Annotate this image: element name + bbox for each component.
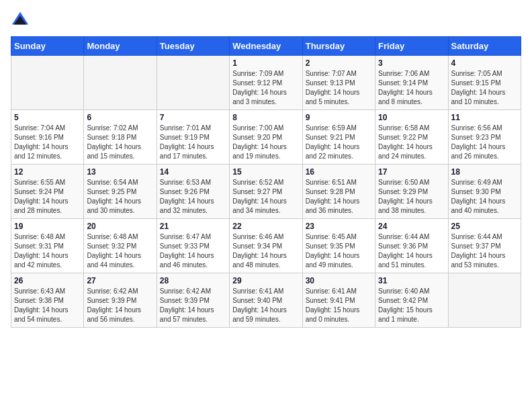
day-number: 27 bbox=[87, 276, 153, 285]
weekday-header: Wednesday bbox=[230, 37, 302, 56]
day-number: 26 bbox=[14, 276, 81, 285]
calendar-cell: 14Sunrise: 6:53 AM Sunset: 9:26 PM Dayli… bbox=[157, 165, 229, 219]
day-info: Sunrise: 6:59 AM Sunset: 9:21 PM Dayligh… bbox=[306, 124, 372, 161]
day-info: Sunrise: 6:56 AM Sunset: 9:23 PM Dayligh… bbox=[451, 124, 518, 161]
day-info: Sunrise: 6:41 AM Sunset: 9:41 PM Dayligh… bbox=[306, 287, 372, 324]
day-number: 1 bbox=[232, 58, 299, 68]
day-number: 21 bbox=[160, 222, 226, 231]
calendar-cell: 19Sunrise: 6:48 AM Sunset: 9:31 PM Dayli… bbox=[11, 219, 84, 273]
calendar-cell: 16Sunrise: 6:51 AM Sunset: 9:28 PM Dayli… bbox=[302, 165, 375, 219]
day-info: Sunrise: 7:04 AM Sunset: 9:16 PM Dayligh… bbox=[14, 124, 81, 161]
day-number: 29 bbox=[232, 276, 299, 285]
calendar-cell: 2Sunrise: 7:07 AM Sunset: 9:13 PM Daylig… bbox=[302, 56, 375, 110]
day-number: 24 bbox=[378, 222, 445, 231]
day-number: 7 bbox=[160, 113, 226, 122]
day-number: 5 bbox=[14, 113, 81, 122]
calendar-cell: 21Sunrise: 6:47 AM Sunset: 9:33 PM Dayli… bbox=[157, 219, 229, 273]
day-info: Sunrise: 6:49 AM Sunset: 9:30 PM Dayligh… bbox=[451, 178, 518, 216]
day-number: 22 bbox=[232, 222, 299, 231]
calendar-cell: 1Sunrise: 7:09 AM Sunset: 9:12 PM Daylig… bbox=[230, 56, 302, 110]
calendar-cell: 23Sunrise: 6:45 AM Sunset: 9:35 PM Dayli… bbox=[302, 219, 375, 273]
calendar-week-row: 19Sunrise: 6:48 AM Sunset: 9:31 PM Dayli… bbox=[11, 219, 521, 273]
day-info: Sunrise: 6:58 AM Sunset: 9:22 PM Dayligh… bbox=[378, 124, 445, 161]
calendar-cell: 3Sunrise: 7:06 AM Sunset: 9:14 PM Daylig… bbox=[375, 56, 448, 110]
day-number: 30 bbox=[306, 276, 372, 285]
weekday-header: Saturday bbox=[448, 37, 521, 56]
day-info: Sunrise: 6:43 AM Sunset: 9:38 PM Dayligh… bbox=[14, 287, 81, 324]
calendar-cell: 28Sunrise: 6:42 AM Sunset: 9:39 PM Dayli… bbox=[157, 273, 229, 328]
day-number: 15 bbox=[232, 167, 299, 177]
calendar-cell bbox=[84, 56, 157, 110]
day-number: 19 bbox=[14, 222, 81, 231]
weekday-header: Monday bbox=[84, 37, 157, 56]
calendar-cell: 17Sunrise: 6:50 AM Sunset: 9:29 PM Dayli… bbox=[375, 165, 448, 219]
calendar-week-row: 12Sunrise: 6:55 AM Sunset: 9:24 PM Dayli… bbox=[11, 165, 521, 219]
calendar-cell: 18Sunrise: 6:49 AM Sunset: 9:30 PM Dayli… bbox=[448, 165, 521, 219]
day-number: 18 bbox=[451, 167, 518, 177]
day-info: Sunrise: 6:42 AM Sunset: 9:39 PM Dayligh… bbox=[87, 287, 153, 324]
day-number: 3 bbox=[378, 58, 445, 68]
calendar-table: SundayMondayTuesdayWednesdayThursdayFrid… bbox=[11, 36, 521, 328]
calendar-cell bbox=[448, 273, 521, 328]
calendar-week-row: 1Sunrise: 7:09 AM Sunset: 9:12 PM Daylig… bbox=[11, 56, 521, 110]
logo bbox=[11, 11, 32, 30]
day-info: Sunrise: 6:55 AM Sunset: 9:24 PM Dayligh… bbox=[14, 178, 81, 216]
day-number: 6 bbox=[87, 113, 153, 122]
day-info: Sunrise: 6:41 AM Sunset: 9:40 PM Dayligh… bbox=[232, 287, 299, 324]
day-info: Sunrise: 6:47 AM Sunset: 9:33 PM Dayligh… bbox=[160, 232, 226, 270]
day-info: Sunrise: 6:45 AM Sunset: 9:35 PM Dayligh… bbox=[306, 232, 372, 270]
day-number: 11 bbox=[451, 113, 518, 122]
calendar-cell: 31Sunrise: 6:40 AM Sunset: 9:42 PM Dayli… bbox=[375, 273, 448, 328]
weekday-header: Thursday bbox=[302, 37, 375, 56]
day-number: 17 bbox=[378, 167, 445, 177]
day-number: 23 bbox=[306, 222, 372, 231]
day-info: Sunrise: 6:48 AM Sunset: 9:32 PM Dayligh… bbox=[87, 232, 153, 270]
calendar-cell: 20Sunrise: 6:48 AM Sunset: 9:32 PM Dayli… bbox=[84, 219, 157, 273]
day-number: 2 bbox=[306, 58, 372, 68]
calendar-cell: 22Sunrise: 6:46 AM Sunset: 9:34 PM Dayli… bbox=[230, 219, 302, 273]
calendar-cell: 30Sunrise: 6:41 AM Sunset: 9:41 PM Dayli… bbox=[302, 273, 375, 328]
day-info: Sunrise: 6:51 AM Sunset: 9:28 PM Dayligh… bbox=[306, 178, 372, 216]
day-info: Sunrise: 6:50 AM Sunset: 9:29 PM Dayligh… bbox=[378, 178, 445, 216]
calendar-header: SundayMondayTuesdayWednesdayThursdayFrid… bbox=[11, 37, 521, 56]
day-info: Sunrise: 7:05 AM Sunset: 9:15 PM Dayligh… bbox=[451, 69, 518, 107]
logo-icon bbox=[11, 11, 30, 30]
calendar-cell: 26Sunrise: 6:43 AM Sunset: 9:38 PM Dayli… bbox=[11, 273, 84, 328]
day-info: Sunrise: 6:48 AM Sunset: 9:31 PM Dayligh… bbox=[14, 232, 81, 270]
day-number: 13 bbox=[87, 167, 153, 177]
day-number: 4 bbox=[451, 58, 518, 68]
day-number: 20 bbox=[87, 222, 153, 231]
day-info: Sunrise: 7:09 AM Sunset: 9:12 PM Dayligh… bbox=[232, 69, 299, 107]
calendar-cell bbox=[157, 56, 229, 110]
day-number: 14 bbox=[160, 167, 226, 177]
day-info: Sunrise: 6:53 AM Sunset: 9:26 PM Dayligh… bbox=[160, 178, 226, 216]
day-number: 12 bbox=[14, 167, 81, 177]
calendar-cell: 27Sunrise: 6:42 AM Sunset: 9:39 PM Dayli… bbox=[84, 273, 157, 328]
calendar-cell: 9Sunrise: 6:59 AM Sunset: 9:21 PM Daylig… bbox=[302, 110, 375, 165]
calendar-cell: 7Sunrise: 7:01 AM Sunset: 9:19 PM Daylig… bbox=[157, 110, 229, 165]
day-number: 16 bbox=[306, 167, 372, 177]
day-number: 10 bbox=[378, 113, 445, 122]
calendar-body: 1Sunrise: 7:09 AM Sunset: 9:12 PM Daylig… bbox=[11, 56, 521, 328]
calendar-cell: 25Sunrise: 6:44 AM Sunset: 9:37 PM Dayli… bbox=[448, 219, 521, 273]
day-info: Sunrise: 6:42 AM Sunset: 9:39 PM Dayligh… bbox=[160, 287, 226, 324]
day-info: Sunrise: 7:01 AM Sunset: 9:19 PM Dayligh… bbox=[160, 124, 226, 161]
calendar-cell: 12Sunrise: 6:55 AM Sunset: 9:24 PM Dayli… bbox=[11, 165, 84, 219]
calendar-cell: 10Sunrise: 6:58 AM Sunset: 9:22 PM Dayli… bbox=[375, 110, 448, 165]
day-info: Sunrise: 7:02 AM Sunset: 9:18 PM Dayligh… bbox=[87, 124, 153, 161]
page-header bbox=[11, 11, 521, 30]
calendar-cell: 15Sunrise: 6:52 AM Sunset: 9:27 PM Dayli… bbox=[230, 165, 302, 219]
weekday-header: Friday bbox=[375, 37, 448, 56]
day-info: Sunrise: 6:46 AM Sunset: 9:34 PM Dayligh… bbox=[232, 232, 299, 270]
calendar-cell: 29Sunrise: 6:41 AM Sunset: 9:40 PM Dayli… bbox=[230, 273, 302, 328]
calendar-cell bbox=[11, 56, 84, 110]
calendar-cell: 4Sunrise: 7:05 AM Sunset: 9:15 PM Daylig… bbox=[448, 56, 521, 110]
day-info: Sunrise: 6:44 AM Sunset: 9:37 PM Dayligh… bbox=[451, 232, 518, 270]
day-info: Sunrise: 7:00 AM Sunset: 9:20 PM Dayligh… bbox=[232, 124, 299, 161]
calendar-cell: 13Sunrise: 6:54 AM Sunset: 9:25 PM Dayli… bbox=[84, 165, 157, 219]
calendar-week-row: 5Sunrise: 7:04 AM Sunset: 9:16 PM Daylig… bbox=[11, 110, 521, 165]
weekday-row: SundayMondayTuesdayWednesdayThursdayFrid… bbox=[11, 37, 521, 56]
calendar-cell: 6Sunrise: 7:02 AM Sunset: 9:18 PM Daylig… bbox=[84, 110, 157, 165]
calendar-week-row: 26Sunrise: 6:43 AM Sunset: 9:38 PM Dayli… bbox=[11, 273, 521, 328]
day-info: Sunrise: 6:44 AM Sunset: 9:36 PM Dayligh… bbox=[378, 232, 445, 270]
